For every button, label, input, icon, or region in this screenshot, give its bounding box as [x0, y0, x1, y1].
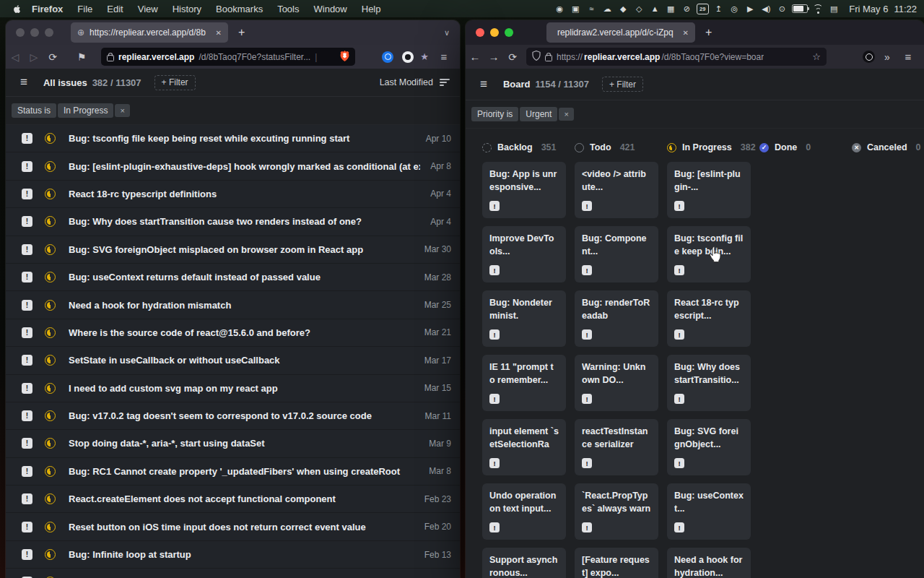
- screen-record-icon[interactable]: ◉: [552, 0, 567, 17]
- browser-menu-button[interactable]: ≡: [435, 51, 453, 63]
- tab-close-icon[interactable]: ✕: [216, 29, 222, 37]
- column-header[interactable]: Done 0: [759, 142, 843, 153]
- minimize-window-button[interactable]: [490, 28, 499, 37]
- column-header[interactable]: Backlog 351: [482, 142, 566, 153]
- display-icon[interactable]: ▣: [567, 0, 583, 17]
- issue-row[interactable]: ! Bug: useContext returns default instea…: [6, 264, 460, 291]
- issue-card[interactable]: Bug: Component... !: [575, 226, 658, 282]
- menu-view[interactable]: View: [131, 4, 165, 14]
- filter-field-chip[interactable]: Status is: [12, 103, 56, 118]
- issue-card[interactable]: Bug: App is unresponsive... !: [482, 162, 566, 218]
- column-header[interactable]: Todo 421: [575, 142, 658, 153]
- browser-menu-button[interactable]: ≡: [899, 51, 917, 63]
- issue-row[interactable]: ! React.createElement does not accept fu…: [6, 486, 460, 513]
- zoom-window-button[interactable]: [505, 28, 513, 37]
- overflow-chevrons-icon[interactable]: »: [878, 51, 897, 63]
- onepassword-icon[interactable]: [382, 51, 393, 63]
- forward-button[interactable]: →: [484, 51, 503, 63]
- add-filter-button[interactable]: + Filter: [602, 77, 643, 92]
- issue-card[interactable]: Bug: tsconfig file keep bein... !: [667, 226, 751, 282]
- menu-file[interactable]: File: [70, 4, 100, 14]
- menu-clock[interactable]: Fri May 611:22: [842, 4, 917, 14]
- issue-row[interactable]: ! I need to add custom svg map on my rea…: [6, 375, 460, 402]
- close-window-button[interactable]: [16, 28, 25, 37]
- browser-tab[interactable]: ⊕ https://repliear.vercel.app/d/8b ✕: [71, 22, 228, 43]
- battery-icon[interactable]: [790, 0, 810, 17]
- sort-control[interactable]: Last Modified: [380, 77, 450, 87]
- apple-icon[interactable]: [9, 4, 25, 14]
- volume-icon[interactable]: ◀): [758, 0, 774, 17]
- filter-remove-button[interactable]: ×: [115, 104, 129, 117]
- issue-card[interactable]: Bug: renderToReadab !: [575, 290, 658, 347]
- play-icon[interactable]: ▶: [742, 0, 758, 17]
- close-window-button[interactable]: [476, 28, 484, 37]
- issue-row[interactable]: ! SetState in useCallback or without use…: [6, 347, 460, 374]
- issue-card[interactable]: `React.PropTypes` always warns ab !: [575, 483, 658, 540]
- app-menu-icon[interactable]: ≡: [480, 77, 487, 92]
- zoom-window-button[interactable]: [45, 28, 53, 37]
- reload-button[interactable]: ⟳: [503, 51, 522, 63]
- extensions-icon[interactable]: ★: [417, 51, 432, 62]
- menu-edit[interactable]: Edit: [100, 4, 130, 14]
- issue-row[interactable]: ! Reset button on iOS time input does no…: [6, 513, 460, 540]
- cloud-icon[interactable]: ☁: [599, 0, 615, 17]
- issue-row[interactable]: ! Bug: RC1 Cannot create property '_upda…: [6, 458, 460, 486]
- bookmark-star-icon[interactable]: ☆: [812, 51, 821, 62]
- app-menu-icon[interactable]: ≡: [20, 75, 27, 90]
- address-bar[interactable]: https:// repliear.vercel.app /d/8bTaoq7F…: [526, 48, 827, 66]
- issue-row[interactable]: ! [DevTools Bug] Unsupported Bridge oper…: [6, 569, 460, 578]
- issue-card[interactable]: input element `setSelectionRa !: [482, 419, 566, 475]
- obsidian-icon[interactable]: ▲: [647, 0, 663, 17]
- issue-row[interactable]: ! Bug: tsconfig file keep being reset wh…: [6, 125, 460, 152]
- new-tab-button[interactable]: +: [238, 26, 245, 39]
- reload-button[interactable]: ⟳: [43, 51, 62, 63]
- power-icon[interactable]: ◎: [726, 0, 742, 17]
- menu-history[interactable]: History: [165, 4, 209, 14]
- bookmark-flag-icon[interactable]: ⚑: [72, 51, 91, 63]
- menu-bookmarks[interactable]: Bookmarks: [209, 4, 270, 14]
- issue-row[interactable]: ! Stop doing data-*, aria-*, start using…: [6, 430, 460, 457]
- issue-card[interactable]: Bug: [eslint-plugin-... !: [667, 162, 751, 218]
- issue-card[interactable]: reactTestInstance serializer !: [575, 419, 658, 475]
- filter-remove-button[interactable]: ×: [559, 108, 573, 121]
- back-button[interactable]: ◁: [6, 51, 25, 63]
- issue-row[interactable]: ! Need a hook for hydration mismatch Mar…: [6, 291, 460, 319]
- issue-row[interactable]: ! React 18-rc typescript definitions Apr…: [6, 181, 460, 208]
- issue-card[interactable]: Support asynchronous... !: [482, 548, 566, 578]
- back-button[interactable]: ←: [466, 51, 484, 63]
- layout-icon[interactable]: ▦: [663, 0, 679, 17]
- timer-icon[interactable]: ⊘: [679, 0, 694, 17]
- upload-icon[interactable]: ↥: [710, 0, 726, 17]
- forward-button[interactable]: ▷: [25, 51, 43, 63]
- menu-app-name[interactable]: Firefox: [25, 4, 70, 14]
- tab-close-icon[interactable]: ✕: [683, 29, 689, 37]
- issue-card[interactable]: IE 11 "prompt to remember... !: [482, 355, 566, 411]
- issue-card[interactable]: Warning: Unknown DO... !: [575, 355, 658, 411]
- all-tabs-chevron-icon[interactable]: ∨: [444, 28, 450, 38]
- add-filter-button[interactable]: + Filter: [154, 75, 196, 90]
- issue-card[interactable]: Need a hook for hydration... !: [667, 548, 751, 578]
- menu-help[interactable]: Help: [354, 4, 388, 14]
- issue-row[interactable]: ! Bug: v17.0.2 tag doesn't seem to corre…: [6, 402, 460, 430]
- calendar-icon[interactable]: 29: [694, 0, 710, 17]
- sync-icon[interactable]: ≈: [583, 0, 599, 17]
- issue-card[interactable]: Bug: Nondeterminist. !: [482, 290, 566, 347]
- profile-icon[interactable]: [863, 51, 875, 63]
- filter-value-chip[interactable]: In Progress: [58, 103, 113, 118]
- issue-row[interactable]: ! Bug: [eslint-plugin-exhaustive-deps] h…: [6, 152, 460, 180]
- column-header[interactable]: Canceled 0: [852, 142, 924, 153]
- github-extension-icon[interactable]: [402, 51, 414, 63]
- new-tab-button[interactable]: +: [705, 26, 712, 39]
- browser-tab[interactable]: replidraw2.vercel.app/d/c-iZpq ✕: [546, 22, 695, 43]
- docker-icon[interactable]: ◆: [615, 0, 631, 17]
- issue-row[interactable]: ! Bug: Why does startTransition cause tw…: [6, 208, 460, 236]
- column-header[interactable]: In Progress 382: [667, 142, 751, 153]
- stage-manager-icon[interactable]: ▤: [826, 0, 842, 17]
- issue-row[interactable]: ! Bug: Infinite loop at startup Feb 13: [6, 541, 460, 569]
- brave-shield-icon[interactable]: [340, 51, 349, 64]
- wifi-icon[interactable]: [810, 0, 826, 17]
- issue-card[interactable]: Bug: SVG foreignObject... !: [667, 419, 751, 475]
- issue-row[interactable]: ! Where is the source code of react@15.6…: [6, 319, 460, 347]
- issue-card[interactable]: Undo operation on text input... !: [482, 483, 566, 540]
- issue-row[interactable]: ! Bug: SVG foreignObject misplaced on br…: [6, 236, 460, 264]
